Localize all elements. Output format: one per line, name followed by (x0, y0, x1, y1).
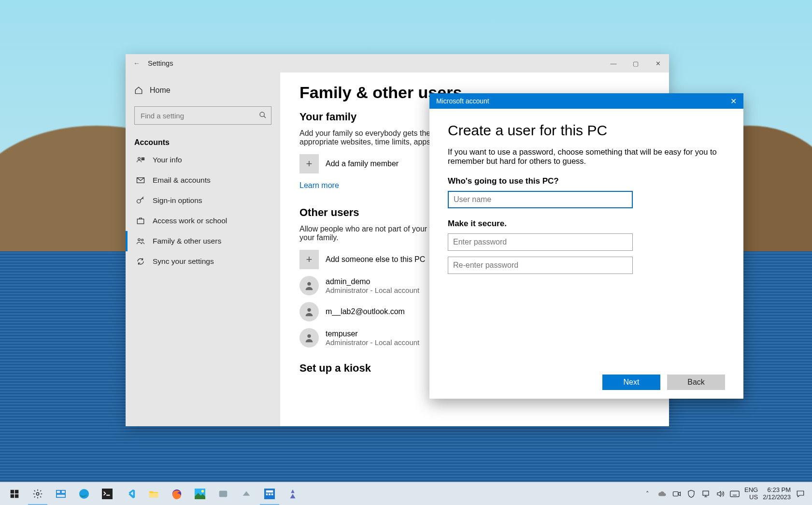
start-button[interactable] (3, 482, 26, 505)
learn-more-link[interactable]: Learn more (299, 181, 339, 190)
username-input[interactable] (448, 191, 633, 208)
back-button[interactable]: ← (126, 59, 148, 67)
svg-rect-30 (266, 493, 268, 495)
maximize-button[interactable]: ▢ (625, 54, 647, 72)
taskbar-explorer[interactable] (142, 482, 165, 505)
svg-rect-16 (15, 494, 19, 498)
plus-icon: + (299, 154, 319, 173)
taskbar-edge[interactable] (72, 482, 96, 505)
user-name: m__lab2@outlook.com (326, 307, 405, 316)
taskbar-firefox[interactable] (165, 482, 188, 505)
svg-rect-22 (102, 489, 113, 499)
back-button[interactable]: Back (667, 375, 725, 390)
svg-rect-14 (15, 490, 19, 493)
svg-rect-23 (149, 493, 158, 497)
avatar-icon (299, 328, 319, 347)
add-family-label: Add a family member (326, 159, 399, 168)
minimize-button[interactable]: — (602, 54, 625, 72)
search-icon (259, 111, 267, 119)
svg-point-17 (36, 492, 39, 495)
taskbar-app-1[interactable] (212, 482, 235, 505)
svg-rect-18 (57, 490, 60, 493)
taskbar: ˄ ENGUS 6:23 PM2/12/2023 (0, 482, 812, 505)
onedrive-icon[interactable] (657, 489, 667, 499)
nav-label: Sign-in options (153, 196, 202, 205)
svg-point-2 (138, 158, 141, 160)
svg-point-12 (307, 334, 311, 338)
user-sub: Administrator - Local account (326, 338, 419, 346)
settings-titlebar: ← Settings — ▢ ✕ (126, 54, 669, 72)
taskbar-settings[interactable] (26, 482, 49, 505)
svg-rect-35 (730, 491, 739, 497)
nav-home-label: Home (150, 86, 171, 95)
sync-icon (136, 257, 146, 266)
people-icon (136, 237, 146, 245)
svg-rect-7 (137, 219, 144, 224)
svg-point-9 (142, 239, 143, 241)
system-tray: ˄ ENGUS 6:23 PM2/12/2023 (639, 487, 809, 501)
security-tray-icon[interactable] (686, 489, 696, 499)
svg-point-26 (201, 490, 204, 492)
svg-point-21 (79, 489, 89, 499)
nav-family-other-users[interactable]: Family & other users (126, 231, 280, 251)
svg-rect-4 (142, 159, 144, 160)
nav-label: Your info (153, 156, 182, 164)
svg-rect-27 (219, 491, 228, 497)
tray-overflow-icon[interactable]: ˄ (643, 489, 653, 499)
svg-rect-15 (11, 494, 14, 498)
taskbar-terminal[interactable] (96, 482, 119, 505)
dialog-close-button[interactable]: ✕ (730, 97, 737, 106)
next-button[interactable]: Next (602, 375, 660, 390)
svg-rect-29 (266, 490, 273, 492)
taskbar-calculator[interactable] (258, 482, 281, 505)
taskbar-taskview[interactable] (49, 482, 72, 505)
volume-icon[interactable] (715, 489, 725, 499)
taskbar-app-3[interactable] (281, 482, 304, 505)
clock[interactable]: 6:23 PM2/12/2023 (763, 487, 791, 501)
window-title: Settings (148, 59, 173, 67)
nav-sync-settings[interactable]: Sync your settings (126, 251, 280, 272)
search-box[interactable] (134, 106, 271, 125)
password-input[interactable] (448, 233, 633, 251)
nav-email-accounts[interactable]: Email & accounts (126, 170, 280, 190)
nav-home[interactable]: Home (126, 81, 280, 100)
svg-rect-34 (703, 491, 709, 495)
svg-rect-31 (269, 493, 271, 495)
action-center-icon[interactable] (796, 489, 805, 499)
home-icon (134, 86, 143, 95)
dialog-titlebar: Microsoft account ✕ (429, 93, 743, 109)
user-name: tempuser (326, 330, 419, 338)
dialog-title: Microsoft account (436, 97, 489, 105)
add-other-label: Add someone else to this PC (326, 255, 425, 264)
sidebar-section-header: Accounts (126, 131, 280, 150)
language-indicator[interactable]: ENGUS (744, 487, 758, 501)
username-question: Who's going to use this PC? (448, 176, 725, 186)
nav-label: Family & other users (153, 237, 221, 245)
svg-point-11 (307, 308, 311, 312)
nav-signin-options[interactable]: Sign-in options (126, 190, 280, 211)
dialog-intro: If you want to use a password, choose so… (448, 147, 725, 166)
svg-rect-32 (271, 493, 273, 495)
search-input[interactable] (134, 106, 271, 125)
close-button[interactable]: ✕ (647, 54, 669, 72)
keyboard-icon[interactable] (730, 489, 740, 499)
network-icon[interactable] (701, 489, 711, 499)
mail-icon (136, 176, 146, 185)
meet-now-icon[interactable] (672, 489, 682, 499)
taskbar-photos[interactable] (188, 482, 212, 505)
dialog-heading: Create a user for this PC (448, 122, 725, 139)
svg-rect-19 (61, 490, 65, 493)
nav-your-info[interactable]: Your info (126, 150, 280, 170)
nav-label: Sync your settings (153, 257, 214, 266)
password-confirm-input[interactable] (448, 257, 633, 274)
key-icon (136, 196, 146, 205)
plus-icon: + (299, 250, 319, 269)
microsoft-account-dialog: Microsoft account ✕ Create a user for th… (429, 93, 743, 399)
taskbar-vscode[interactable] (119, 482, 142, 505)
nav-label: Email & accounts (153, 176, 211, 185)
avatar-icon (299, 276, 319, 295)
nav-work-school[interactable]: Access work or school (126, 211, 280, 231)
password-question: Make it secure. (448, 219, 725, 229)
svg-line-1 (264, 116, 266, 118)
taskbar-app-2[interactable] (235, 482, 258, 505)
